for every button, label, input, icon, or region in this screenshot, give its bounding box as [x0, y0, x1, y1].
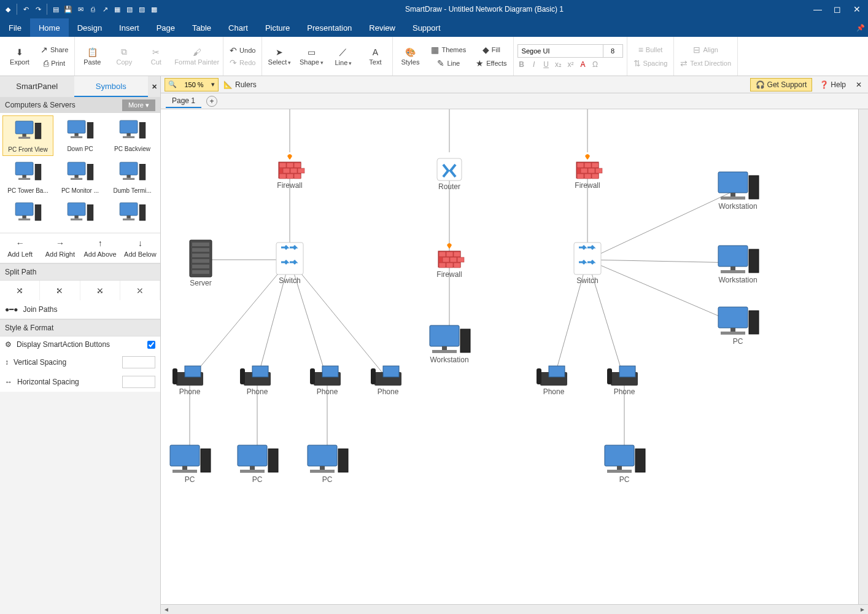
display-smartaction-checkbox[interactable] [147, 341, 155, 349]
node-phone[interactable]: Phone [310, 366, 341, 396]
menu-tab-table[interactable]: Table [184, 18, 220, 37]
node-workstation[interactable]: Workstation [718, 172, 759, 211]
node-pc[interactable]: PC [308, 445, 348, 484]
edge[interactable] [587, 260, 738, 263]
line-style-button[interactable]: ✎Line [428, 57, 468, 69]
horizontal-scrollbar[interactable]: ◄► [161, 604, 868, 614]
menu-tab-page[interactable]: Page [148, 18, 184, 37]
line-button[interactable]: ／Line [330, 47, 357, 66]
symbol-item[interactable] [55, 198, 106, 230]
menu-tab-chart[interactable]: Chart [220, 18, 257, 37]
maximize-button[interactable]: ◻ [829, 4, 846, 14]
export-button[interactable]: ⬇Export [6, 47, 33, 66]
print-button[interactable]: ⎙Print [38, 57, 71, 69]
page-tab-1[interactable]: Page 1 [166, 95, 201, 108]
share-qat-icon[interactable]: ↗ [99, 4, 110, 15]
tab-symbols[interactable]: Symbols [74, 76, 149, 97]
minimize-button[interactable]: — [809, 4, 826, 14]
cut-button[interactable]: ✂Cut [142, 47, 169, 66]
node-firewall[interactable]: Firewall [277, 154, 304, 190]
split-option-3[interactable]: ⤩ [80, 281, 120, 300]
print-icon[interactable]: ⎙ [87, 4, 98, 15]
edge[interactable] [587, 260, 738, 324]
pin-ribbon-icon[interactable]: 📌 [853, 18, 868, 37]
symbol-item[interactable] [2, 198, 53, 230]
mail-icon[interactable]: ✉ [75, 4, 86, 15]
rulers-button[interactable]: 📐Rulers [223, 80, 257, 89]
close-button[interactable]: ✕ [848, 4, 866, 14]
node-pc[interactable]: PC [718, 307, 759, 346]
symbol-item[interactable]: Down PC [55, 115, 106, 156]
node-phone[interactable]: Phone [607, 366, 638, 396]
italic-button[interactable]: I [530, 60, 538, 69]
menu-tab-home[interactable]: Home [30, 18, 69, 37]
themes-button[interactable]: ▦Themes [428, 44, 468, 56]
select-button[interactable]: ➤Select [266, 47, 293, 66]
fill-button[interactable]: ◆Fill [473, 44, 509, 56]
symbol-item[interactable]: PC Front View [2, 115, 53, 156]
menu-tab-picture[interactable]: Picture [257, 18, 298, 37]
text-direction-button[interactable]: ⇄Text Direction [678, 57, 734, 69]
bold-button[interactable]: B [517, 60, 526, 69]
edge[interactable] [290, 260, 388, 379]
node-firewall[interactable]: Firewall [436, 243, 464, 279]
node-switch[interactable]: Switch [276, 243, 303, 285]
zoom-input[interactable] [180, 81, 208, 88]
node-server[interactable]: Server [190, 240, 212, 287]
redo-button[interactable]: ↷Redo [227, 56, 258, 69]
menu-tab-review[interactable]: Review [360, 18, 404, 37]
vertical-scrollbar[interactable] [858, 109, 868, 604]
join-paths-button[interactable]: ●━●Join Paths [0, 300, 160, 319]
export-img-icon[interactable]: ▧ [124, 4, 135, 15]
more-symbols-button[interactable]: More ▾ [122, 99, 155, 111]
panel-close-icon[interactable]: ✕ [148, 76, 160, 97]
symbol-item[interactable] [107, 198, 158, 230]
share-button[interactable]: ↗Share [38, 44, 71, 56]
node-pc[interactable]: PC [170, 445, 211, 484]
styles-button[interactable]: 🎨Styles [397, 47, 424, 66]
font-color-button[interactable]: A [579, 60, 587, 69]
undo-button[interactable]: ↶Undo [227, 44, 258, 56]
hspacing-input[interactable] [122, 376, 155, 388]
omega-button[interactable]: Ω [591, 60, 600, 69]
node-phone[interactable]: Phone [537, 366, 567, 396]
format-painter-button[interactable]: 🖌Format Painter [174, 47, 219, 66]
tab-smartpanel[interactable]: SmartPanel [0, 76, 74, 97]
node-router[interactable]: Router [437, 158, 462, 191]
node-firewall[interactable]: Firewall [575, 154, 602, 190]
add-page-button[interactable]: + [206, 96, 217, 107]
export-other-icon[interactable]: ▩ [149, 4, 160, 15]
new-icon[interactable]: ▤ [50, 4, 61, 15]
toolbar-close-icon[interactable]: ✕ [853, 80, 864, 89]
vspacing-input[interactable] [122, 356, 155, 368]
shape-button[interactable]: ▭Shape [298, 47, 325, 66]
node-workstation[interactable]: Workstation [718, 246, 759, 284]
save-icon[interactable]: 💾 [63, 4, 74, 15]
node-pc[interactable]: PC [238, 445, 278, 484]
superscript-button[interactable]: x² [567, 60, 575, 69]
font-name-input[interactable] [517, 44, 603, 58]
split-option-1[interactable]: ⤨ [0, 281, 40, 300]
menu-tab-insert[interactable]: Insert [110, 18, 148, 37]
add-right-button[interactable]: →Add Right [40, 233, 80, 263]
menu-tab-design[interactable]: Design [69, 18, 110, 37]
paste-button[interactable]: 📋Paste [79, 47, 106, 66]
symbol-item[interactable]: PC Backview [107, 115, 158, 156]
diagram-canvas[interactable]: FirewallRouterFirewallServerSwitchFirewa… [161, 109, 868, 604]
symbol-item[interactable]: PC Tower Ba... [2, 157, 53, 196]
text-button[interactable]: AText [362, 47, 389, 66]
copy-button[interactable]: ⧉Copy [110, 47, 138, 66]
export-pdf-icon[interactable]: ▦ [112, 4, 123, 15]
undo-icon[interactable]: ↶ [20, 4, 31, 15]
menu-tab-file[interactable]: File [0, 18, 30, 37]
effects-button[interactable]: ★Effects [473, 57, 509, 69]
spacing-button[interactable]: ⇅Spacing [631, 57, 670, 69]
zoom-control[interactable]: 🔍 ▾ [165, 78, 219, 91]
node-phone[interactable]: Phone [371, 366, 401, 396]
symbol-item[interactable]: PC Monitor ... [55, 157, 106, 196]
node-phone[interactable]: Phone [240, 366, 271, 396]
add-left-button[interactable]: ←Add Left [0, 233, 40, 263]
node-phone[interactable]: Phone [172, 366, 203, 396]
node-workstation[interactable]: Workstation [430, 325, 470, 364]
align-button[interactable]: ⊟Align [678, 44, 734, 56]
